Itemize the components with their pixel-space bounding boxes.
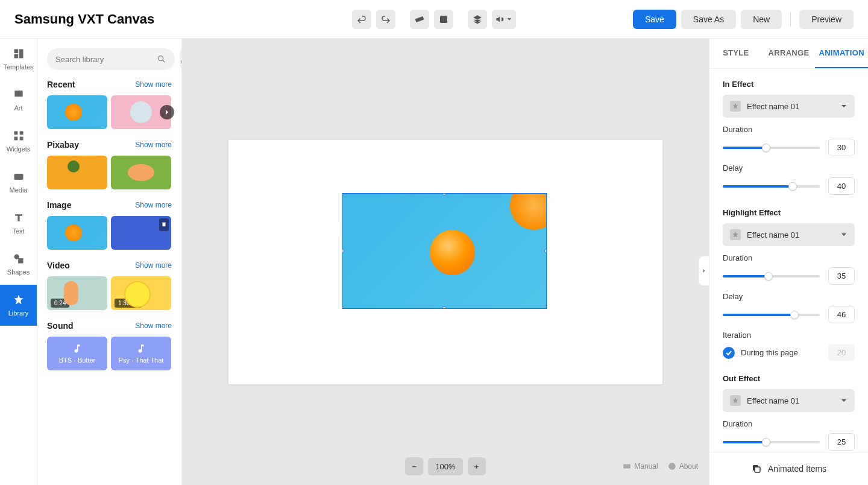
sidebar-label: Shapes <box>7 268 30 276</box>
sidebar-item-widgets[interactable]: Widgets <box>0 121 37 162</box>
svg-rect-7 <box>19 132 23 135</box>
svg-rect-1 <box>440 16 447 23</box>
chevron-down-icon <box>840 231 848 238</box>
animated-items-button[interactable]: Animated Items <box>709 452 868 485</box>
svg-point-13 <box>159 56 163 61</box>
iteration-check-label: During this page <box>741 348 798 357</box>
delay-value[interactable]: 40 <box>828 177 855 195</box>
selected-image[interactable] <box>342 193 547 309</box>
show-more-sound[interactable]: Show more <box>135 322 172 330</box>
save-button[interactable]: Save <box>633 10 676 29</box>
search-input[interactable] <box>55 55 157 64</box>
sidebar-item-art[interactable]: Art <box>0 80 37 121</box>
sidebar-item-library[interactable]: Library <box>0 285 37 326</box>
duration-value[interactable]: 25 <box>828 433 855 451</box>
show-more-recent[interactable]: Show more <box>135 80 172 89</box>
sidebar-item-shapes[interactable]: Shapes <box>0 244 37 285</box>
resize-handle[interactable] <box>544 249 547 253</box>
svg-rect-10 <box>14 174 23 180</box>
in-effect-dropdown[interactable]: Effect name 01 <box>723 95 855 118</box>
show-more-video[interactable]: Show more <box>135 261 172 270</box>
resize-handle[interactable] <box>342 193 344 195</box>
iteration-checkbox[interactable] <box>723 347 735 359</box>
svg-rect-0 <box>415 16 424 22</box>
tab-arrange[interactable]: ARRANGE <box>763 39 816 68</box>
thumb-video-1[interactable]: 0:24 <box>47 276 107 310</box>
svg-rect-12 <box>18 258 23 263</box>
sound-label: Psy - That That <box>119 357 164 364</box>
svg-rect-5 <box>14 90 22 97</box>
volume-button[interactable] <box>492 10 516 29</box>
undo-button[interactable] <box>352 10 371 29</box>
thumb-image-2[interactable] <box>111 216 171 250</box>
duration-value[interactable]: 30 <box>828 139 855 156</box>
ruler-button[interactable] <box>410 10 429 29</box>
thumb-sound-2[interactable]: Psy - That That <box>111 337 171 370</box>
highlight-effect-dropdown[interactable]: Effect name 01 <box>723 223 855 246</box>
svg-rect-4 <box>14 54 18 59</box>
thumb-image-1[interactable] <box>47 216 107 250</box>
show-more-pixabay[interactable]: Show more <box>135 141 172 149</box>
sidebar-item-media[interactable]: Media <box>0 162 37 203</box>
iteration-value: 20 <box>828 344 855 361</box>
zoom-out-button[interactable]: − <box>405 457 423 475</box>
delete-icon[interactable] <box>159 218 169 231</box>
library-panel: Recent Show more Pixabay Show more Image… <box>37 39 182 485</box>
preview-button[interactable]: Preview <box>799 10 854 29</box>
delay-slider[interactable] <box>723 314 820 316</box>
dropdown-value: Effect name 01 <box>747 102 799 111</box>
zoom-in-button[interactable]: + <box>468 457 486 475</box>
canvas-area[interactable]: − 100% + Manual About <box>182 39 709 485</box>
resize-handle[interactable] <box>544 193 547 195</box>
delay-slider[interactable] <box>723 185 820 188</box>
thumb-recent-1[interactable] <box>47 95 107 129</box>
out-effect-label: Out Effect <box>723 374 855 383</box>
search-input-wrap[interactable] <box>47 48 175 70</box>
about-link[interactable]: About <box>668 462 698 471</box>
section-title-pixabay: Pixabay <box>47 140 79 150</box>
duration-label: Duration <box>723 125 855 134</box>
section-title-video: Video <box>47 261 70 270</box>
duration-slider[interactable] <box>723 147 820 149</box>
sidebar: Templates Art Widgets Media Text Shapes … <box>0 39 37 485</box>
duration-slider[interactable] <box>723 441 820 443</box>
layers-button[interactable] <box>468 10 487 29</box>
sidebar-label: Art <box>14 104 22 112</box>
thumb-sound-1[interactable]: BTS - Butter <box>47 337 107 370</box>
svg-point-15 <box>668 463 676 470</box>
sound-label: BTS - Butter <box>59 357 96 364</box>
manual-link[interactable]: Manual <box>623 462 658 471</box>
sidebar-item-templates[interactable]: Templates <box>0 39 37 80</box>
thumb-pixabay-2[interactable] <box>111 156 171 189</box>
out-effect-dropdown[interactable]: Effect name 01 <box>723 389 855 412</box>
resize-handle[interactable] <box>342 306 344 309</box>
delay-value[interactable]: 46 <box>828 306 855 323</box>
resize-handle[interactable] <box>342 249 344 253</box>
delay-label: Delay <box>723 163 855 173</box>
tab-animation[interactable]: ANIMATION <box>815 39 868 68</box>
canvas-page[interactable] <box>228 140 662 384</box>
svg-rect-6 <box>14 132 17 135</box>
sidebar-item-text[interactable]: Text <box>0 203 37 244</box>
new-button[interactable]: New <box>741 10 782 29</box>
grid-button[interactable] <box>434 10 453 29</box>
tab-style[interactable]: STYLE <box>709 39 763 68</box>
thumb-video-2[interactable]: 1:30:00 <box>111 276 171 310</box>
resize-handle[interactable] <box>544 306 547 309</box>
zoom-value[interactable]: 100% <box>428 458 462 475</box>
save-as-button[interactable]: Save As <box>681 10 736 29</box>
duration-badge: 0:24 <box>51 299 69 308</box>
collapse-right-panel[interactable] <box>699 256 709 286</box>
carousel-next[interactable] <box>160 105 174 119</box>
resize-handle[interactable] <box>442 306 447 309</box>
duration-slider[interactable] <box>723 275 820 277</box>
show-more-image[interactable]: Show more <box>135 201 172 209</box>
highlight-effect-label: Highlight Effect <box>723 208 855 217</box>
redo-button[interactable] <box>376 10 395 29</box>
resize-handle[interactable] <box>442 193 447 195</box>
duration-value[interactable]: 35 <box>828 267 855 285</box>
thumb-pixabay-1[interactable] <box>47 156 107 189</box>
sidebar-label: Templates <box>3 63 33 71</box>
svg-rect-9 <box>19 137 23 141</box>
chevron-down-icon <box>840 397 848 404</box>
